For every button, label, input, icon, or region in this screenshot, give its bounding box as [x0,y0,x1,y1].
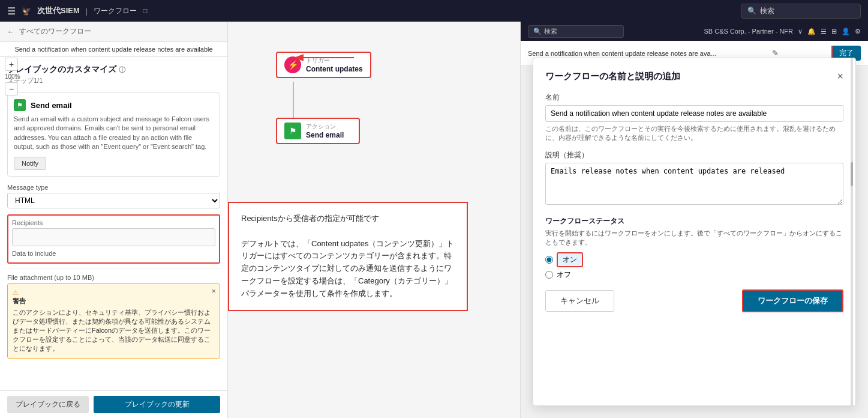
back-button[interactable]: プレイブックに戻る [7,396,89,413]
logo-icon: 🦅 [22,7,31,16]
action-icon: ⚑ [284,123,301,139]
app-logo: 次世代SIEM [37,5,80,16]
description-textarea[interactable]: Emails release notes when content update… [545,163,843,205]
playbook-title: プレイブックのカスタマイズ ⓘ [7,64,220,75]
panel-footer: プレイブックに戻る プレイブックの更新 [0,390,227,418]
panel-header: ← すべてのワークフロー [0,22,227,42]
send-email-title: Send email [31,101,72,110]
action-node[interactable]: ⚑ アクション Send email [276,118,360,144]
right-panel: 🔍 検索 SB C&S Corp. - Partner - NFR ∨ 🔔 ☰ … [520,22,868,418]
search-icon: 🔍 [533,28,542,35]
left-panel: ← すべてのワークフロー Send a notification when co… [0,22,228,418]
left-to-modal-arrow [520,55,539,91]
notify-button[interactable]: Notify [14,157,46,170]
message-type-label: Message type [7,184,220,191]
zoom-controls: + 100% − [5,58,20,95]
scrollbar[interactable] [851,58,853,405]
secondary-search[interactable]: 🔍 検索 [528,25,624,38]
scrollbar-thumb[interactable] [851,162,853,186]
send-email-header: ⚑ Send email [14,99,214,111]
secondary-workflow-name: Send a notification when content update … [528,50,716,57]
list-icon[interactable]: ☰ [821,28,827,35]
zoom-out-button[interactable]: − [5,82,18,95]
edit-icon[interactable]: ✎ [772,49,779,58]
radio-off-label: オフ [557,270,571,280]
nav-separator: | [86,7,88,16]
radio-on-item: オン [545,252,843,267]
annotation-box: Recipientsから受信者の指定が可能です デフォルトでは、「Content… [228,202,468,311]
message-type-field: Message type HTML [7,184,220,208]
send-email-card: ⚑ Send email Send an email with a custom… [7,92,220,177]
zoom-level: 100% [5,73,20,80]
file-attachment-label: File attachment (up to 10 MB) [7,274,220,281]
annotation-text: Recipientsから受信者の指定が可能です デフォルトでは、「Content… [241,213,455,300]
warning-text: このアクションにより、セキュリティ基準、プライバシー慣行およびデータ処理慣行、ま… [13,308,215,353]
search-icon: 🔍 [747,7,756,15]
modal-close-button[interactable]: × [837,70,843,83]
bell-icon[interactable]: 🔔 [807,28,816,35]
name-hint: この名前は、このワークフローとその実行を今後検索するために使用されます。混乱を避… [545,124,843,143]
send-email-desc: Send an email with a custom subject and … [14,115,214,152]
step-label: ステップ1/1 [7,76,220,85]
radio-off-input[interactable] [545,271,553,279]
status-section: ワークフローステータス 実行を開始するにはワークフローをオンにします。後で「すべ… [545,216,843,280]
modal-title: ワークフローの名前と説明の追加 [545,71,680,82]
chevron-down-icon[interactable]: ∨ [798,28,803,35]
red-arrows [354,52,504,172]
warning-title: 警告 [13,297,215,306]
flag-icon: ⚑ [14,99,26,111]
warning-icon: ⚠ [13,289,19,296]
settings-icon[interactable]: ⚙ [855,28,861,35]
radio-on-input[interactable] [545,256,553,264]
secondary-nav-right: SB C&S Corp. - Partner - NFR ∨ 🔔 ☰ ⊞ 👤 ⚙ [704,28,861,35]
secondary-navigation: 🔍 検索 SB C&S Corp. - Partner - NFR ∨ 🔔 ☰ … [521,22,868,41]
recipients-label: Recipients [12,219,215,226]
company-label: SB C&S Corp. - Partner - NFR [704,28,793,35]
breadcrumb[interactable]: すべてのワークフロー [19,26,91,37]
playbook-customize: プレイブックのカスタマイズ ⓘ ステップ1/1 ⚑ Send email Sen… [0,57,227,390]
cancel-button[interactable]: キャンセル [545,290,614,312]
workflow-canvas: ⚡ トリガー Content updates ⚑ アクション Send emai… [228,22,520,418]
name-input[interactable] [545,105,843,122]
message-type-select[interactable]: HTML [7,193,220,208]
warning-box: ⚠ × 警告 このアクションにより、セキュリティ基準、プライバシー慣行およびデー… [7,283,220,359]
radio-off-item: オフ [545,270,843,280]
status-hint: 実行を開始するにはワークフローをオンにします。後で「すべてのワークフロー」からオ… [545,229,843,247]
data-to-include-label: Data to include [12,250,215,257]
name-label: 名前 [545,92,843,103]
radio-group: オン オフ [545,252,843,280]
modal-footer: キャンセル ワークフローの保存 [545,289,843,312]
recipients-section: Recipients Data to include [7,214,220,264]
workflow-title-bar: Send a notification when content update … [0,42,227,57]
menu-icon[interactable]: ☰ [7,5,16,17]
file-attachment-section: File attachment (up to 10 MB) ⚠ × 警告 このア… [7,268,220,359]
name-field-section: 名前 この名前は、このワークフローとその実行を今後検索するために使用されます。混… [545,92,843,143]
modal-header: ワークフローの名前と説明の追加 × [545,70,843,83]
connector-line [293,82,294,118]
description-label: 説明（推奨） [545,150,843,160]
back-arrow-icon[interactable]: ← [7,28,14,36]
trigger-icon: ⚡ [284,56,301,73]
user-icon[interactable]: 👤 [842,28,850,35]
description-field-section: 説明（推奨） Emails release notes when content… [545,150,843,209]
top-search[interactable]: 🔍 検索 [741,4,861,19]
radio-on-label[interactable]: オン [557,252,583,267]
modal-dialog: ワークフローの名前と説明の追加 × 名前 この名前は、このワークフローとその実行… [533,58,856,406]
workflow-title-text: Send a notification when content update … [14,46,212,53]
nav-icon: □ [143,7,147,15]
action-title: Send email [306,131,344,139]
action-content: アクション Send email [306,123,344,139]
save-workflow-button[interactable]: ワークフローの保存 [742,289,843,312]
top-navigation: ☰ 🦅 次世代SIEM | ワークフロー □ 🔍 検索 [0,0,868,22]
zoom-in-button[interactable]: + [5,58,18,71]
warning-close-button[interactable]: × [211,286,216,295]
recipients-input[interactable] [12,228,215,246]
status-label: ワークフローステータス [545,216,843,226]
action-label: アクション [306,123,344,131]
main-area: ← すべてのワークフロー Send a notification when co… [0,22,868,418]
update-button[interactable]: プレイブックの更新 [94,396,220,413]
info-icon: ⓘ [119,66,125,73]
nav-workflow[interactable]: ワークフロー [94,6,137,16]
grid-icon[interactable]: ⊞ [831,28,837,35]
